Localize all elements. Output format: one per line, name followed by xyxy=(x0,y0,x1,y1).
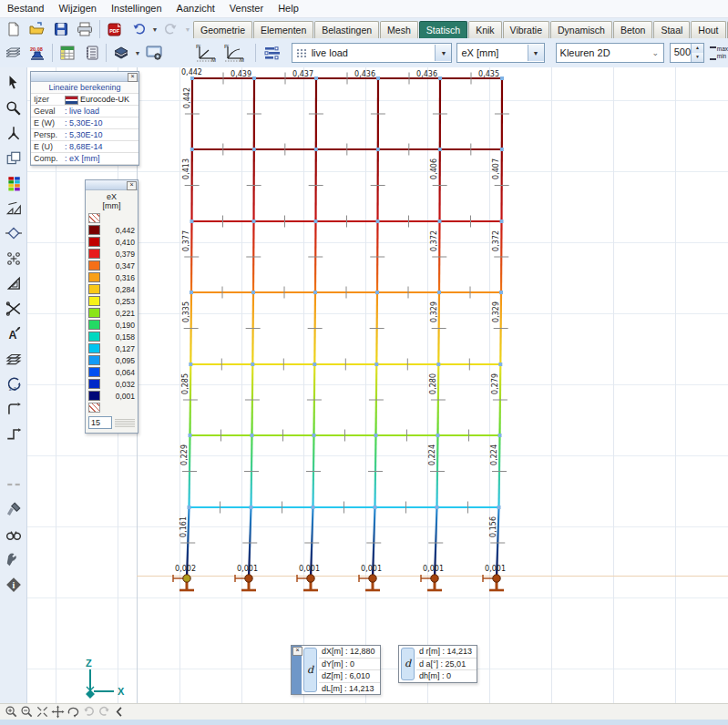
scale-down-arrow[interactable]: ▼ xyxy=(692,53,703,62)
date-stamp-button[interactable]: 20.08 xyxy=(26,42,49,64)
legend-settings-button[interactable] xyxy=(261,42,284,64)
save-button[interactable] xyxy=(49,18,73,40)
nav-view-redo-button[interactable] xyxy=(97,705,112,720)
tool-dashes-button[interactable] xyxy=(2,473,26,496)
tab-geometrie[interactable]: Geometrie xyxy=(193,21,252,38)
legend-row: 0,158 xyxy=(86,331,138,342)
load-case-icon xyxy=(295,47,308,58)
pdf-export-button[interactable]: PDF xyxy=(103,18,127,40)
tool-flashlight-button[interactable] xyxy=(2,497,26,521)
tab-knik[interactable]: Knik xyxy=(468,21,501,38)
close-icon[interactable]: × xyxy=(292,647,302,656)
tab-hout[interactable]: Hout xyxy=(691,21,725,38)
tool-snap-points-button[interactable] xyxy=(2,247,26,271)
menu-item-instellingen[interactable]: Instellingen xyxy=(104,0,169,17)
diagram-curve-button[interactable]: P'M xyxy=(221,42,250,64)
menu-item-aanzicht[interactable]: Aanzicht xyxy=(169,0,222,17)
table-button[interactable] xyxy=(56,42,79,64)
tool-cut-elements-button[interactable] xyxy=(2,297,26,321)
diagram-axes-button[interactable]: P'M xyxy=(193,42,221,64)
library-caret[interactable]: ▼ xyxy=(133,43,142,63)
legend-row: 0,190 xyxy=(86,319,138,331)
tool-info-diamond-button[interactable] xyxy=(2,573,26,597)
load-case-dropdown-arrow[interactable]: ▼ xyxy=(435,45,451,61)
print-button[interactable] xyxy=(73,18,97,40)
tool-zoom-button[interactable] xyxy=(2,97,26,120)
triangle-ruler-icon xyxy=(5,275,22,291)
tool-scale-triangles-button[interactable] xyxy=(2,197,26,220)
new-file-button[interactable] xyxy=(2,18,26,40)
tab-statisch[interactable]: Statisch xyxy=(419,21,467,38)
tool-corner-arrow-button[interactable] xyxy=(2,422,26,445)
tool-extrude-layers-button[interactable] xyxy=(2,347,26,371)
legend-swatch xyxy=(88,308,100,318)
scale-triangles-icon xyxy=(5,200,22,217)
measure-box-titlebar[interactable]: × xyxy=(292,646,302,694)
tab-dynamisch[interactable]: Dynamisch xyxy=(550,21,612,38)
tool-bend-arrow-button[interactable] xyxy=(2,397,26,421)
display-mode-combo[interactable]: Kleuren 2D ⌄ xyxy=(556,43,664,63)
tool-select-button[interactable] xyxy=(2,71,26,95)
open-file-button[interactable] xyxy=(26,18,49,40)
tool-color-palette-button[interactable] xyxy=(2,171,26,195)
scale-spinner[interactable]: 500 ▲▼ xyxy=(670,43,704,63)
library-button[interactable] xyxy=(109,42,133,64)
tab-staal[interactable]: Staal xyxy=(653,21,690,38)
close-icon[interactable]: × xyxy=(128,73,138,82)
layers-button[interactable] xyxy=(2,42,26,64)
corner-arrow-icon xyxy=(5,425,22,442)
tab-mesh[interactable]: Mesh xyxy=(380,21,418,38)
screenshot-button[interactable] xyxy=(142,42,166,64)
tool-move-axes-button[interactable] xyxy=(2,121,26,145)
legend-titlebar[interactable]: × xyxy=(86,180,138,190)
tool-text-label-button[interactable] xyxy=(2,322,26,345)
display-mode-dropdown-arrow[interactable]: ⌄ xyxy=(648,45,663,61)
tool-triangle-ruler-button[interactable] xyxy=(2,271,26,295)
nav-zoom-fit-button[interactable] xyxy=(35,705,50,720)
tab-belastingen[interactable]: Belastingen xyxy=(314,21,379,38)
dashes-icon xyxy=(5,476,22,493)
info-panel-titlebar[interactable]: × xyxy=(31,72,138,82)
tab-elementen[interactable]: Elementen xyxy=(253,21,313,38)
menu-item-bestand[interactable]: Bestand xyxy=(0,0,51,17)
legend-row: 0,253 xyxy=(86,295,138,307)
maxmin-button[interactable]: max min xyxy=(710,46,728,60)
nav-orbit-button[interactable] xyxy=(66,705,81,720)
menu-item-venster[interactable]: Venster xyxy=(222,0,271,17)
load-case-combo[interactable]: live load ▼ xyxy=(292,43,453,63)
legend-panel: × eX [mm] 0,4420,4100,3790,3470,3160,284… xyxy=(85,179,138,434)
result-component-dropdown-arrow[interactable]: ▼ xyxy=(528,45,544,61)
nav-pan-button[interactable] xyxy=(50,705,66,720)
legend-levels-input[interactable]: 15 xyxy=(88,416,112,429)
legend-title-component: eX xyxy=(86,192,138,201)
close-icon[interactable]: × xyxy=(127,181,137,190)
nav-collapse-button[interactable] xyxy=(112,705,128,720)
tool-rotate-button[interactable] xyxy=(2,372,26,395)
legend-value: 0,379 xyxy=(103,250,135,259)
tool-wrench-button[interactable] xyxy=(2,547,26,571)
tool-node-diamond-button[interactable] xyxy=(2,221,26,245)
nav-view-undo-button[interactable] xyxy=(81,705,97,720)
nav-zoom-out-button[interactable] xyxy=(19,705,35,720)
tool-copy-button[interactable] xyxy=(2,147,26,170)
tab-beton[interactable]: Beton xyxy=(613,21,652,38)
result-component-combo[interactable]: eX [mm] ▼ xyxy=(456,43,544,63)
undo-button[interactable] xyxy=(127,18,150,40)
legend-swatch xyxy=(88,367,100,377)
undo-history-caret[interactable]: ▼ xyxy=(150,19,159,39)
scale-up-arrow[interactable]: ▲ xyxy=(692,44,703,53)
info-rows: IjzerEurocode-UKGeval: live loadE (W): 5… xyxy=(31,94,138,165)
tab-vibratie[interactable]: Vibratie xyxy=(503,21,549,38)
notebook-button[interactable] xyxy=(79,42,103,64)
legend-grip xyxy=(115,418,135,427)
measure-row: d a[°] : 25,01 xyxy=(416,659,477,671)
menu-item-help[interactable]: Help xyxy=(271,0,306,17)
max-icon xyxy=(710,46,716,53)
legend-title-unit: [mm] xyxy=(86,201,138,210)
nav-zoom-in-button[interactable] xyxy=(4,705,19,720)
info-label: Comp. xyxy=(34,153,65,164)
menu-item-wijzigen[interactable]: Wijzigen xyxy=(51,0,104,17)
tool-binoculars-button[interactable] xyxy=(2,523,26,546)
redo-button xyxy=(159,18,183,40)
pan-icon xyxy=(51,705,65,719)
